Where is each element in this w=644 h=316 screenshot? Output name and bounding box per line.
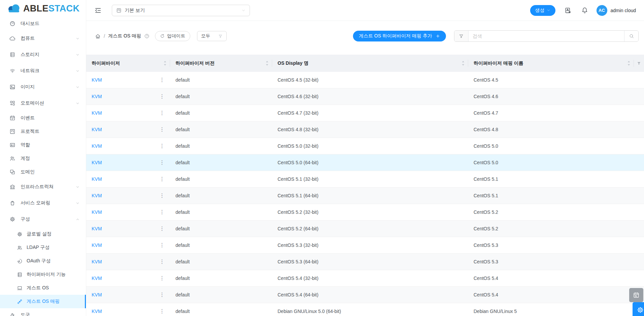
row-actions-icon[interactable]: ⋮ [158, 226, 166, 231]
filter-spacer-cell [634, 121, 644, 138]
add-mapping-button[interactable]: 게스트 OS 하이퍼바이저 매핑 추가 [353, 31, 446, 41]
table-row[interactable]: KVM⋮defaultCentOS 5.0 (64-bit)CentOS 5.0 [86, 154, 644, 171]
search-input[interactable] [469, 31, 624, 41]
table-row[interactable]: KVM⋮defaultCentOS 5.1 (32-bit)CentOS 5.1 [86, 171, 644, 188]
sidebar-item-ldap-configuration[interactable]: LDAP 구성 [0, 241, 86, 254]
user-avatar[interactable]: AC [597, 5, 607, 16]
hypervisor-link[interactable]: KVM [92, 94, 102, 99]
column-header-2[interactable]: 하이퍼바이저 버전 [170, 55, 272, 72]
hypervisor-link[interactable]: KVM [92, 309, 102, 314]
user-name: admin cloud [611, 8, 636, 13]
table-row[interactable]: KVM⋮defaultCentOS 5.4 (32-bit)CentOS 5.4 [86, 270, 644, 287]
row-actions-icon[interactable]: ⋮ [158, 242, 166, 248]
sidebar-item-accounts[interactable]: 계정 [0, 152, 86, 165]
settings-fab[interactable] [633, 302, 644, 316]
sidebar-item-oauth-configuration[interactable]: OAuth 구성 [0, 254, 86, 268]
column-header-3[interactable]: OS Display 명 [272, 55, 468, 72]
sidebar-item-dashboard[interactable]: 대시보드 [0, 17, 86, 30]
hypervisor-link[interactable]: KVM [92, 160, 102, 165]
column-header-1[interactable]: 하이퍼바이저 [86, 55, 170, 72]
row-actions-icon[interactable]: ⋮ [158, 276, 166, 281]
sidebar-item-infrastructure[interactable]: 인프라스트럭쳐 [0, 179, 86, 195]
row-actions-icon[interactable]: ⋮ [158, 292, 166, 297]
row-actions-icon[interactable]: ⋮ [158, 143, 166, 149]
table-row[interactable]: KVM⋮defaultCentOS 4.6 (32-bit)CentOS 4.6 [86, 88, 644, 105]
picture-icon [9, 84, 15, 90]
chevron-down-icon [242, 8, 246, 12]
version-cell: default [170, 287, 272, 303]
sidebar-item-service-offerings[interactable]: 서비스 오퍼링 [0, 195, 86, 211]
sidebar-item-projects[interactable]: 프로젝트 [0, 125, 86, 138]
help-icon[interactable] [144, 33, 150, 39]
notifications-bell-icon[interactable] [581, 7, 588, 14]
mapping-name-cell: CentOS 5.0 [468, 154, 634, 171]
row-actions-icon[interactable]: ⋮ [158, 110, 166, 116]
os-display-cell: CentOS 5.4 (64-bit) [272, 287, 468, 303]
sidebar-item-storage[interactable]: 스토리지 [0, 47, 86, 63]
home-icon[interactable] [95, 33, 101, 39]
hypervisor-link[interactable]: KVM [92, 209, 102, 215]
sidebar-item-global-settings[interactable]: 글로벌 설정 [0, 227, 86, 241]
add-mapping-button-label: 게스트 OS 하이퍼바이저 매핑 추가 [359, 33, 432, 39]
row-actions-icon[interactable]: ⋮ [158, 77, 166, 83]
table-row[interactable]: KVM⋮defaultCentOS 5.2 (64-bit)CentOS 5.2 [86, 221, 644, 237]
sidebar-item-automation[interactable]: 오토메이션 [0, 95, 86, 111]
hypervisor-link[interactable]: KVM [92, 110, 102, 116]
sidebar-item-images[interactable]: 이미지 [0, 79, 86, 95]
sidebar-item-domains[interactable]: 도메인 [0, 165, 86, 179]
row-actions-icon[interactable]: ⋮ [158, 127, 166, 132]
hypervisor-link[interactable]: KVM [92, 292, 102, 297]
row-actions-icon[interactable]: ⋮ [158, 94, 166, 99]
language-icon[interactable] [565, 7, 572, 14]
project-icon [116, 8, 122, 13]
sidebar-item-roles[interactable]: 역할 [0, 138, 86, 152]
table-row[interactable]: KVM⋮defaultCentOS 4.8 (32-bit)CentOS 4.8 [86, 121, 644, 138]
table-row[interactable]: KVM⋮defaultCentOS 5.1 (64-bit)CentOS 5.1 [86, 188, 644, 204]
row-actions-icon[interactable]: ⋮ [158, 193, 166, 198]
column-filter-button[interactable] [634, 55, 644, 72]
hypervisor-link[interactable]: KVM [92, 259, 102, 264]
hypervisor-link[interactable]: KVM [92, 176, 102, 182]
view-select[interactable]: 기본 보기 [112, 5, 250, 16]
table-row[interactable]: KVM⋮defaultCentOS 5.3 (64-bit)CentOS 5.3 [86, 254, 644, 270]
table-row[interactable]: KVM⋮defaultCentOS 5.3 (32-bit)CentOS 5.3 [86, 237, 644, 254]
row-actions-icon[interactable]: ⋮ [158, 209, 166, 215]
hypervisor-link[interactable]: KVM [92, 242, 102, 248]
row-actions-icon[interactable]: ⋮ [158, 160, 166, 165]
event-log-fab[interactable] [629, 288, 643, 302]
sidebar-item-network[interactable]: 네트워크 [0, 63, 86, 79]
table-row[interactable]: KVM⋮defaultCentOS 5.2 (32-bit)CentOS 5.2 [86, 204, 644, 221]
os-display-cell-value: CentOS 5.2 (64-bit) [278, 226, 318, 231]
row-actions-icon[interactable]: ⋮ [158, 259, 166, 264]
create-button[interactable]: 생성 [530, 5, 555, 16]
os-display-cell: CentOS 5.1 (32-bit) [272, 171, 468, 187]
row-actions-icon[interactable]: ⋮ [158, 309, 166, 314]
update-button[interactable]: 업데이트 [155, 31, 190, 41]
ablestack-logo[interactable]: ABLESTACK [0, 0, 86, 17]
sidebar-item-guest-os[interactable]: 게스트 OS [0, 281, 86, 295]
search-filter-addon[interactable] [454, 31, 469, 41]
hypervisor-link[interactable]: KVM [92, 143, 102, 149]
hypervisor-link[interactable]: KVM [92, 226, 102, 231]
filter-select[interactable]: 모두 [197, 31, 227, 41]
table-row[interactable]: KVM⋮defaultDebian GNU/Linux 5.0 (64-bit)… [86, 303, 644, 316]
hypervisor-link[interactable]: KVM [92, 193, 102, 198]
hypervisor-link[interactable]: KVM [92, 127, 102, 132]
hypervisor-link[interactable]: KVM [92, 77, 102, 83]
table-row[interactable]: KVM⋮defaultCentOS 4.7 (32-bit)CentOS 4.7 [86, 105, 644, 121]
table-row[interactable]: KVM⋮defaultCentOS 5.4 (64-bit)CentOS 5.4 [86, 287, 644, 303]
sidebar-item-tools[interactable]: 도구 [0, 308, 86, 316]
sidebar-item-compute[interactable]: 컴퓨트 [0, 30, 86, 47]
column-header-4[interactable]: 하이퍼바이저 매핑 이름 [468, 55, 634, 72]
sidebar-item-hypervisor-capabilities[interactable]: 하이퍼바이저 기능 [0, 268, 86, 281]
sidebar-item-events[interactable]: 이벤트 [0, 111, 86, 125]
sidebar-item-configuration[interactable]: 구성 [0, 211, 86, 227]
search-button[interactable] [624, 31, 638, 41]
menu-fold-icon[interactable] [94, 7, 102, 14]
hypervisor-link[interactable]: KVM [92, 276, 102, 281]
row-actions-icon[interactable]: ⋮ [158, 176, 166, 182]
sidebar-item-guest-os-mapping[interactable]: 게스트 OS 매핑 [0, 295, 86, 308]
table-row[interactable]: KVM⋮defaultCentOS 5.0 (32-bit)CentOS 5.0 [86, 138, 644, 154]
version-cell: default [170, 171, 272, 187]
table-row[interactable]: KVM⋮defaultCentOS 4.5 (32-bit)CentOS 4.5 [86, 72, 644, 88]
